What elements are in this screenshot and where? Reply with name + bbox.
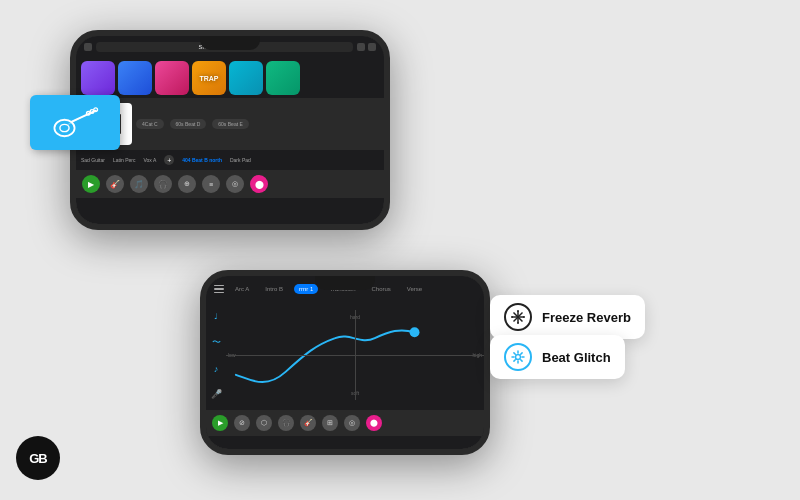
record-button[interactable]: ⬤ xyxy=(250,175,268,193)
svg-point-7 xyxy=(410,327,420,337)
svg-point-15 xyxy=(523,316,525,318)
btm-settings-btn[interactable]: ◎ xyxy=(344,415,360,431)
phone-notch-bottom xyxy=(315,276,375,290)
curve-container: hard soft low high xyxy=(226,310,484,400)
btm-loop-btn[interactable]: ⊘ xyxy=(234,415,250,431)
add-track-btn[interactable]: + xyxy=(164,155,174,165)
guitar-icon-btn[interactable]: 🎸 xyxy=(106,175,124,193)
settings-btn[interactable]: ◎ xyxy=(226,175,244,193)
bottom-controls-bottom: ▶ ⊘ ⬡ 🎧 🎸 ⊞ ◎ ⬤ xyxy=(206,410,484,436)
svg-line-6 xyxy=(68,112,94,125)
trap-label: TRAP xyxy=(199,75,218,82)
sample-pack-5[interactable] xyxy=(229,61,263,95)
beat-option-2[interactable]: 60s Beat D xyxy=(170,119,207,129)
nav-arc-a[interactable]: Arc A xyxy=(230,284,254,294)
loop-btn[interactable]: ⊕ xyxy=(178,175,196,193)
headphones-btn[interactable]: 🎧 xyxy=(154,175,172,193)
track-dark-pad[interactable]: Dark Pad xyxy=(230,157,251,163)
track-404-beat[interactable]: 404 Beat B north xyxy=(182,157,222,163)
btm-headphones-btn[interactable]: 🎧 xyxy=(278,415,294,431)
bottom-phone: Arc A Intro B rrnr 1 Transition Chorus V… xyxy=(200,270,490,455)
track-latin-perc[interactable]: Latin Perc xyxy=(113,157,136,163)
snowflake-icon xyxy=(511,310,525,324)
sample-pack-6[interactable] xyxy=(266,61,300,95)
guitar-icon xyxy=(48,105,103,140)
svg-point-1 xyxy=(59,124,68,131)
beat-glitch-card: Beat Glitch xyxy=(490,335,625,379)
gear-icon xyxy=(511,350,525,364)
gb-logo-text: GB xyxy=(29,451,47,466)
bottom-controls-top: ▶ 🎸 🎵 🎧 ⊕ ≡ ◎ ⬤ xyxy=(76,170,384,198)
seq-sidebar: ♩ 〜 ♪ 🎤 xyxy=(206,300,226,410)
instrument-area: 4Cat C 60s Beat D 60s Beat E xyxy=(76,98,384,150)
svg-point-13 xyxy=(517,322,519,324)
seq-main: hard soft low high xyxy=(226,300,484,410)
track-labels: Sad Guitar Latin Perc Vox A + 404 Beat B… xyxy=(76,150,384,170)
btm-grid-btn[interactable]: ⊞ xyxy=(322,415,338,431)
pitch-icon[interactable]: ♩ xyxy=(214,312,218,321)
svg-point-12 xyxy=(517,310,519,312)
eq-btn[interactable]: ≡ xyxy=(202,175,220,193)
btm-eq-btn[interactable]: ⬡ xyxy=(256,415,272,431)
btm-play-button[interactable]: ▶ xyxy=(212,415,228,431)
play-button[interactable]: ▶ xyxy=(82,175,100,193)
bottom-phone-screen: Arc A Intro B rrnr 1 Transition Chorus V… xyxy=(206,276,484,449)
beat-glitch-label: Beat Glitch xyxy=(542,350,611,365)
freeze-reverb-label: Freeze Reverb xyxy=(542,310,631,325)
beat-option-1[interactable]: 4Cat C xyxy=(136,119,164,129)
nav-intro-b[interactable]: Intro B xyxy=(260,284,288,294)
note-icon[interactable]: ♪ xyxy=(214,364,219,374)
sample-pack-trap[interactable]: TRAP xyxy=(192,61,226,95)
btm-record-button[interactable]: ⬤ xyxy=(366,415,382,431)
plus-icon[interactable] xyxy=(368,43,376,51)
beat-option-3[interactable]: 60s Beat E xyxy=(212,119,248,129)
nav-rrnr-1[interactable]: rrnr 1 xyxy=(294,284,318,294)
mic-icon[interactable]: 🎤 xyxy=(211,389,222,399)
sample-pack-2[interactable] xyxy=(118,61,152,95)
freeze-reverb-card: Freeze Reverb xyxy=(490,295,645,339)
track-sad-guitar[interactable]: Sad Guitar xyxy=(81,157,105,163)
svg-point-14 xyxy=(511,316,513,318)
gb-logo: GB xyxy=(16,436,60,480)
phone-notch-top xyxy=(200,36,260,50)
sequencer-area: ♩ 〜 ♪ 🎤 hard soft low high xyxy=(206,300,484,410)
grid-icon[interactable] xyxy=(357,43,365,51)
nav-verse[interactable]: Verse xyxy=(402,284,427,294)
metronome-btn[interactable]: 🎵 xyxy=(130,175,148,193)
header-icons xyxy=(357,43,376,51)
freeze-icon-circle xyxy=(504,303,532,331)
sample-pack-1[interactable] xyxy=(81,61,115,95)
beat-options: 4Cat C 60s Beat D 60s Beat E xyxy=(136,119,249,129)
hamburger-icon[interactable] xyxy=(84,43,92,51)
axis-v-line xyxy=(355,310,356,400)
btm-guitar-btn[interactable]: 🎸 xyxy=(300,415,316,431)
beat-glitch-icon-circle xyxy=(504,343,532,371)
top-phone-screen: Show All Mix Packs TRAP xyxy=(76,36,384,224)
sample-pack-3[interactable] xyxy=(155,61,189,95)
guitar-callout[interactable] xyxy=(30,95,120,150)
sample-packs-row: TRAP xyxy=(76,58,384,98)
wave-icon[interactable]: 〜 xyxy=(212,336,221,349)
hamburger-menu[interactable] xyxy=(214,285,224,294)
track-vox-a[interactable]: Vox A xyxy=(143,157,156,163)
svg-point-16 xyxy=(516,355,521,360)
